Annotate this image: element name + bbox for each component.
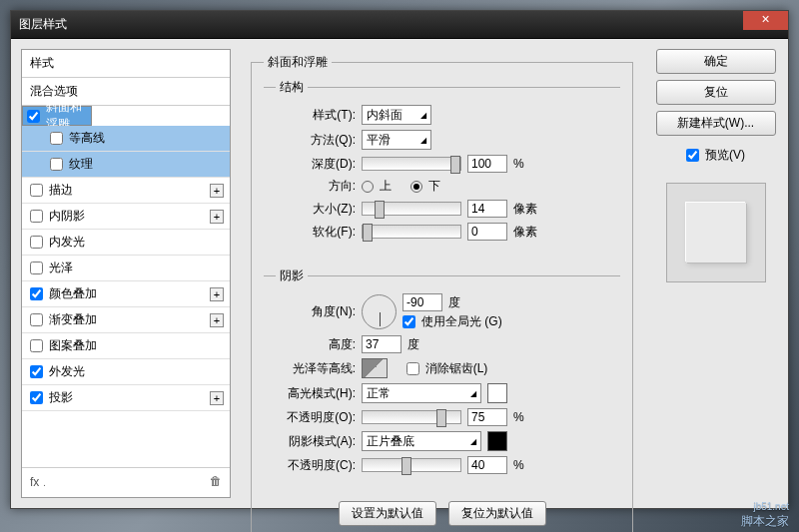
sh-op-input[interactable] (467, 456, 507, 474)
style-row-0[interactable]: 斜面和浮雕 (22, 106, 92, 126)
style-checkbox[interactable] (50, 158, 63, 171)
style-checkbox[interactable] (27, 110, 40, 123)
style-checkbox[interactable] (30, 287, 43, 300)
style-row-8[interactable]: 渐变叠加+ (22, 307, 230, 333)
style-checkbox[interactable] (30, 313, 43, 326)
method-select[interactable]: 平滑◢ (362, 130, 431, 150)
style-checkbox[interactable] (50, 132, 63, 145)
styles-footer: fx﹒ 🗑 (22, 467, 230, 497)
plus-icon[interactable]: + (210, 287, 224, 301)
bevel-title: 斜面和浮雕 (264, 54, 332, 71)
style-checkbox[interactable] (30, 391, 43, 404)
watermark: jb51.net 脚本之家 (741, 501, 789, 530)
style-label: 渐变叠加 (49, 311, 97, 328)
angle-dial[interactable] (362, 294, 397, 329)
style-label: 颜色叠加 (49, 285, 97, 302)
sh-op-label: 不透明度(C): (276, 457, 356, 474)
structure-title: 结构 (276, 79, 308, 96)
style-label: 外发光 (49, 363, 85, 380)
style-checkbox[interactable] (30, 210, 43, 223)
bevel-group: 斜面和浮雕 结构 样式(T):内斜面◢ 方法(Q):平滑◢ 深度(D):% 方向… (251, 54, 633, 532)
sh-mode-select[interactable]: 正片叠底◢ (362, 431, 481, 451)
style-row-11[interactable]: 投影+ (22, 385, 230, 411)
style-checkbox[interactable] (30, 339, 43, 352)
size-label: 大小(Z): (276, 201, 356, 218)
angle-input[interactable] (402, 293, 442, 311)
style-checkbox[interactable] (30, 262, 43, 274)
shading-title: 阴影 (276, 267, 308, 284)
style-checkbox[interactable] (30, 184, 43, 197)
right-panel: 确定 复位 新建样式(W)... 预览(V) (653, 49, 778, 498)
hl-mode-select[interactable]: 正常◢ (362, 383, 481, 403)
size-input[interactable] (467, 200, 507, 218)
soften-slider[interactable] (362, 225, 461, 239)
depth-label: 深度(D): (276, 156, 356, 173)
dialog-title: 图层样式 (19, 16, 67, 33)
style-label: 图案叠加 (49, 337, 97, 354)
styles-panel: 样式 混合选项 斜面和浮雕等高线纹理描边+内阴影+内发光光泽颜色叠加+渐变叠加+… (21, 49, 231, 498)
plus-icon[interactable]: + (210, 210, 224, 224)
style-label: 内发光 (49, 234, 85, 251)
close-button[interactable]: × (743, 11, 788, 30)
sh-mode-label: 阴影模式(A): (276, 433, 356, 450)
plus-icon[interactable]: + (210, 391, 224, 405)
hl-op-slider[interactable] (362, 410, 461, 424)
styles-header[interactable]: 样式 (22, 50, 230, 78)
style-label: 等高线 (69, 130, 105, 147)
style-checkbox[interactable] (30, 236, 43, 249)
depth-slider[interactable] (362, 157, 461, 171)
direction-label: 方向: (276, 178, 356, 195)
layer-style-dialog: 图层样式 × 样式 混合选项 斜面和浮雕等高线纹理描边+内阴影+内发光光泽颜色叠… (10, 10, 789, 509)
altitude-label: 高度: (276, 336, 356, 353)
hl-op-label: 不透明度(O): (276, 409, 356, 426)
plus-icon[interactable]: + (210, 313, 224, 327)
sh-color[interactable] (487, 431, 507, 451)
style-row-9[interactable]: 图案叠加 (22, 333, 230, 359)
size-slider[interactable] (362, 202, 461, 216)
style-row-4[interactable]: 内阴影+ (22, 204, 230, 230)
hl-mode-label: 高光模式(H): (276, 385, 356, 402)
gloss-label: 光泽等高线: (276, 360, 356, 377)
style-label: 纹理 (69, 156, 93, 173)
style-row-10[interactable]: 外发光 (22, 359, 230, 385)
antialias-checkbox[interactable] (406, 362, 419, 375)
style-row-5[interactable]: 内发光 (22, 230, 230, 256)
style-label: 投影 (49, 389, 73, 406)
settings-panel: 斜面和浮雕 结构 样式(T):内斜面◢ 方法(Q):平滑◢ 深度(D):% 方向… (241, 49, 643, 498)
plus-icon[interactable]: + (210, 184, 224, 198)
hl-op-input[interactable] (467, 408, 507, 426)
angle-label: 角度(N): (276, 303, 356, 320)
altitude-input[interactable] (362, 335, 401, 353)
style-row-7[interactable]: 颜色叠加+ (22, 281, 230, 307)
preview-checkbox[interactable] (686, 149, 699, 162)
style-label: 光泽 (49, 260, 73, 276)
style-label: 样式(T): (276, 107, 356, 124)
depth-input[interactable] (467, 155, 507, 173)
style-row-1[interactable]: 等高线 (22, 126, 230, 152)
soften-input[interactable] (467, 223, 507, 241)
titlebar[interactable]: 图层样式 × (11, 11, 788, 39)
style-row-6[interactable]: 光泽 (22, 256, 230, 281)
method-label: 方法(Q): (276, 132, 356, 149)
dir-up-radio[interactable] (362, 181, 374, 193)
global-light-checkbox[interactable] (402, 315, 415, 328)
trash-icon[interactable]: 🗑 (210, 474, 222, 491)
soften-label: 软化(F): (276, 224, 356, 241)
preview-box (666, 183, 766, 282)
hl-color[interactable] (487, 383, 507, 403)
style-select[interactable]: 内斜面◢ (362, 105, 431, 125)
fx-icon[interactable]: fx﹒ (30, 474, 51, 491)
new-style-button[interactable]: 新建样式(W)... (656, 111, 776, 136)
dir-down-radio[interactable] (410, 181, 422, 193)
cancel-button[interactable]: 复位 (656, 80, 776, 105)
gloss-contour[interactable] (362, 358, 388, 378)
style-row-2[interactable]: 纹理 (22, 152, 230, 178)
style-row-3[interactable]: 描边+ (22, 178, 230, 204)
ok-button[interactable]: 确定 (656, 49, 776, 74)
style-checkbox[interactable] (30, 365, 43, 378)
style-label: 描边 (49, 182, 73, 199)
make-default-button[interactable]: 设置为默认值 (339, 501, 436, 526)
reset-default-button[interactable]: 复位为默认值 (448, 501, 546, 526)
style-label: 内阴影 (49, 208, 85, 225)
sh-op-slider[interactable] (362, 458, 461, 472)
